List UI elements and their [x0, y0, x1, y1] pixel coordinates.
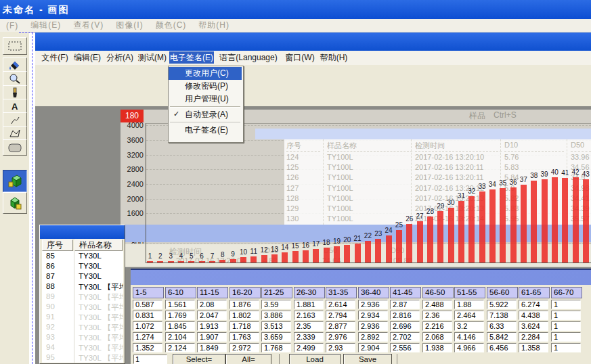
- esignature-dropdown: 更改用户(C)修改密码(P)用户管理(U)自动登录(A)✓电子签名(E): [0, 0, 591, 364]
- screen: 未命名 - 画图 (F)编辑(E)查看(V)图像(I)颜色(C)帮助(H) A …: [0, 0, 591, 364]
- dropdown-item-更改用户(C)[interactable]: 更改用户(C): [169, 67, 242, 80]
- dropdown-separator: [170, 106, 240, 108]
- dropdown-item-电子签名(E)[interactable]: 电子签名(E): [169, 124, 242, 137]
- dropdown-item-修改密码(P)[interactable]: 修改密码(P): [169, 80, 242, 93]
- checkmark-icon: ✓: [173, 110, 179, 118]
- dropdown-separator: [170, 122, 240, 123]
- dropdown-item-用户管理(U)[interactable]: 用户管理(U): [169, 93, 242, 106]
